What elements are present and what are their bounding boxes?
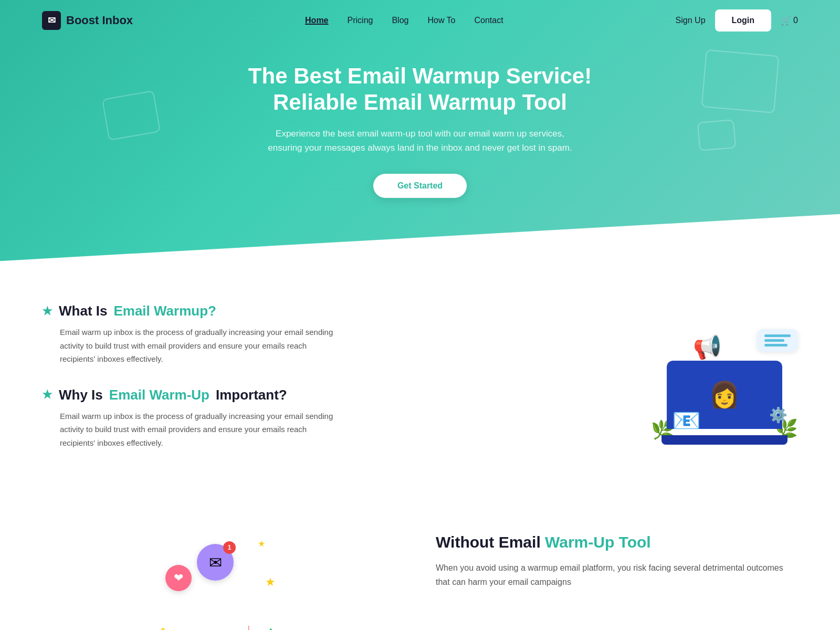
notification-box: ★ ★ ★ ❤ ✉ 1 ↑ ↓ [155,533,291,630]
navbar: ✉ Boost Inbox Home Pricing Blog How To C… [0,0,840,41]
chat-line-2 [764,339,784,342]
hero-headline-line2: Reliable Email Warmup Tool [273,90,567,114]
brand-icon: ✉ [42,11,61,30]
why-warmup-prefix: Why Is [59,387,103,403]
star-deco-3: ★ [160,626,166,630]
cart-button[interactable]: 🛒 0 [781,16,798,26]
why-warmup-block: ★ Why Is Email Warm-Up Important? Email … [42,387,336,450]
what-is-warmup-title: ★ What Is Email Warmup? [42,303,336,319]
without-warmup-green: Warm-Up Tool [545,533,651,551]
brand-name: Boost Inbox [66,14,133,27]
character-icon: 📢 [693,333,722,361]
warmup-section: ★ What Is Email Warmup? Email warm up in… [0,261,840,502]
without-warmup-title: Without Email Warm-Up Tool [436,533,798,551]
hero-headline-line1: The Best Email Warmup Service! [248,64,592,88]
hero-subtext: Experience the best email warm-up tool w… [268,127,572,155]
nav-home[interactable]: Home [305,16,328,25]
warmup-illustration: 🌿 🌿 👩 📢 📧 ⚙️ [651,324,798,450]
get-started-button[interactable]: Get Started [373,174,467,198]
nav-links: Home Pricing Blog How To Contact [305,16,503,25]
why-warmup-green: Email Warm-Up [109,387,209,403]
brand-logo[interactable]: ✉ Boost Inbox [42,11,133,30]
hero-decoration-3 [697,119,737,151]
warmup-content-left: ★ What Is Email Warmup? Email warm up in… [42,303,336,470]
notification-badge: 1 [223,541,236,554]
what-is-warmup-prefix: What Is [59,303,107,319]
chat-line-3 [764,344,788,346]
cart-icon: 🛒 [781,16,791,26]
heart-notification: ❤ [165,565,192,591]
nav-right: Sign Up Login 🛒 0 [676,9,798,32]
nav-blog[interactable]: Blog [392,16,408,25]
nav-pricing[interactable]: Pricing [348,16,373,25]
why-warmup-suffix: Important? [216,387,287,403]
star-icon-1: ★ [42,304,52,318]
star-icon-2: ★ [42,388,52,402]
hero-decoration-1 [102,90,161,141]
nav-contact[interactable]: Contact [475,16,503,25]
why-warmup-title: ★ Why Is Email Warm-Up Important? [42,387,336,403]
laptop-base [662,435,788,445]
what-is-warmup-green: Email Warmup? [113,303,216,319]
person-on-screen: 👩 [709,380,740,410]
arrow-down-icon: ↓ [246,621,252,630]
without-warmup-prefix: Without Email [436,533,545,551]
notification-illustration: ★ ★ ★ ❤ ✉ 1 ↑ ↓ [42,533,404,630]
what-is-warmup-body: Email warm up inbox is the process of gr… [42,326,336,366]
cart-count: 0 [793,16,798,25]
star-deco-2: ★ [265,575,276,589]
without-warmup-section: ★ ★ ★ ❤ ✉ 1 ↑ ↓ Without Email Warm-Up To… [0,502,840,630]
star-deco-1: ★ [258,539,265,549]
hero-decoration-2 [701,49,779,113]
what-is-warmup-block: ★ What Is Email Warmup? Email warm up in… [42,303,336,366]
without-warmup-body: When you avoid using a warmup email plat… [436,561,798,589]
gear-icon: ⚙️ [769,406,788,424]
without-warmup-content: Without Email Warm-Up Tool When you avoi… [436,533,798,589]
envelope-icon: 📧 [672,407,701,434]
why-warmup-body: Email warm up inbox is the process of gr… [42,410,336,450]
chat-bubble [757,329,798,352]
hero-headline: The Best Email Warmup Service! Reliable … [248,63,592,116]
signup-link[interactable]: Sign Up [676,16,706,25]
arrow-up-icon: ↑ [266,622,276,630]
login-button[interactable]: Login [715,9,772,32]
nav-howto[interactable]: How To [427,16,455,25]
laptop-illustration: 🌿 🌿 👩 📢 📧 ⚙️ [651,324,798,450]
chat-line-1 [764,334,791,337]
